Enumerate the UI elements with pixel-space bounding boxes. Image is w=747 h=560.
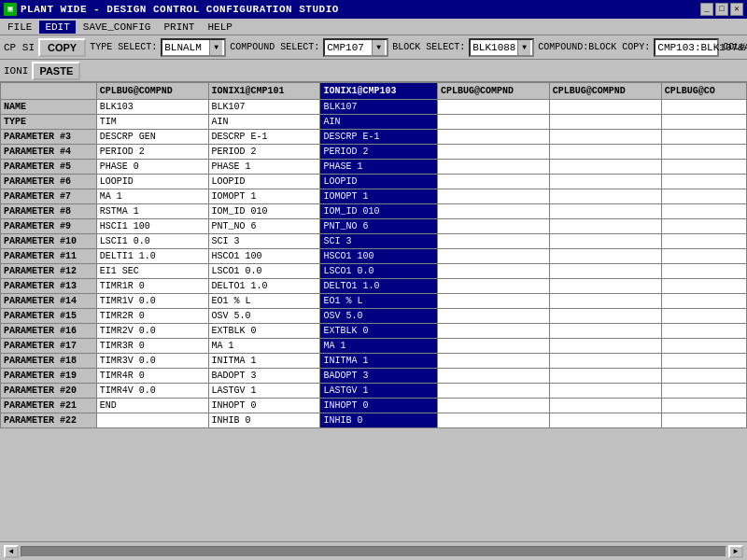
data-cell-5[interactable] (549, 249, 661, 264)
data-cell-1[interactable]: TIMR4R 0 (96, 369, 208, 384)
menu-file[interactable]: FILE (2, 21, 37, 34)
compound-select[interactable]: CMP107 ▼ (323, 38, 388, 57)
data-cell-3[interactable]: PNT_NO 6 (320, 219, 438, 234)
data-cell-1[interactable]: PHASE 0 (96, 160, 208, 175)
data-cell-3[interactable]: LOOPID (320, 175, 438, 189)
data-cell-5[interactable] (549, 204, 661, 219)
data-cell-5[interactable] (549, 189, 661, 204)
data-cell-1[interactable]: MA 1 (96, 189, 208, 204)
data-cell-5[interactable] (549, 175, 661, 189)
data-cell-1[interactable] (96, 413, 208, 428)
data-cell-5[interactable] (549, 279, 661, 294)
data-cell-4[interactable] (437, 279, 549, 294)
data-cell-3[interactable]: EO1 % L (320, 294, 438, 309)
data-cell-4[interactable] (437, 100, 549, 115)
data-cell-4[interactable] (437, 234, 549, 249)
data-cell-4[interactable] (437, 249, 549, 264)
data-cell-6[interactable] (661, 324, 746, 339)
data-cell-3[interactable]: AIN (320, 115, 438, 130)
data-cell-3[interactable]: LASTGV 1 (320, 384, 438, 399)
data-cell-5[interactable] (549, 324, 661, 339)
data-cell-6[interactable] (661, 384, 746, 399)
data-cell-3[interactable]: HSCO1 100 (320, 249, 438, 264)
data-cell-4[interactable] (437, 189, 549, 204)
data-cell-6[interactable] (661, 189, 746, 204)
data-cell-4[interactable] (437, 413, 549, 428)
data-cell-1[interactable]: TIMR2V 0.0 (96, 324, 208, 339)
close-button[interactable]: ✕ (730, 3, 743, 16)
menu-save-config[interactable]: SAVE_CONFIG (78, 21, 157, 34)
data-cell-3[interactable]: EXTBLK 0 (320, 324, 438, 339)
data-cell-3[interactable]: DELTO1 1.0 (320, 279, 438, 294)
menu-print[interactable]: PRINT (158, 21, 200, 34)
data-cell-1[interactable]: EI1 SEC (96, 264, 208, 279)
data-cell-2[interactable]: BLK107 (208, 100, 320, 115)
data-cell-2[interactable]: IOM_ID 010 (208, 204, 320, 219)
data-cell-5[interactable] (549, 219, 661, 234)
data-cell-1[interactable]: TIMR1V 0.0 (96, 294, 208, 309)
data-cell-6[interactable] (661, 369, 746, 384)
data-cell-6[interactable] (661, 160, 746, 175)
data-cell-6[interactable] (661, 413, 746, 428)
data-cell-3[interactable]: INHIB 0 (320, 413, 438, 428)
data-cell-6[interactable] (661, 100, 746, 115)
data-cell-4[interactable] (437, 160, 549, 175)
type-arrow[interactable]: ▼ (209, 40, 222, 55)
data-cell-6[interactable] (661, 175, 746, 189)
data-cell-4[interactable] (437, 294, 549, 309)
data-cell-3[interactable]: INHOPT 0 (320, 399, 438, 413)
data-cell-1[interactable]: RSTMA 1 (96, 204, 208, 219)
data-cell-6[interactable] (661, 145, 746, 160)
horizontal-scrollbar[interactable] (21, 546, 726, 557)
data-cell-2[interactable]: PERIOD 2 (208, 145, 320, 160)
menu-edit[interactable]: EDIT (39, 21, 75, 34)
data-cell-2[interactable]: IOMOPT 1 (208, 189, 320, 204)
data-cell-2[interactable]: BADOPT 3 (208, 369, 320, 384)
minimize-button[interactable]: _ (700, 3, 713, 16)
data-cell-3[interactable]: BADOPT 3 (320, 369, 438, 384)
data-cell-6[interactable] (661, 234, 746, 249)
data-cell-3[interactable]: IOMOPT 1 (320, 189, 438, 204)
data-cell-3[interactable]: OSV 5.0 (320, 309, 438, 324)
data-cell-5[interactable] (549, 234, 661, 249)
data-cell-1[interactable]: TIMR3V 0.0 (96, 354, 208, 369)
data-cell-2[interactable]: LASTGV 1 (208, 384, 320, 399)
data-cell-6[interactable] (661, 279, 746, 294)
data-cell-2[interactable]: INHIB 0 (208, 413, 320, 428)
data-cell-6[interactable] (661, 309, 746, 324)
data-cell-5[interactable] (549, 264, 661, 279)
data-cell-5[interactable] (549, 130, 661, 145)
data-cell-1[interactable]: LSCI1 0.0 (96, 234, 208, 249)
data-cell-6[interactable] (661, 219, 746, 234)
data-cell-3[interactable]: LSCO1 0.0 (320, 264, 438, 279)
data-cell-4[interactable] (437, 354, 549, 369)
data-cell-2[interactable]: PHASE 1 (208, 160, 320, 175)
data-cell-3[interactable]: BLK107 (320, 100, 438, 115)
data-cell-1[interactable]: LOOPID (96, 175, 208, 189)
data-cell-4[interactable] (437, 204, 549, 219)
data-cell-4[interactable] (437, 369, 549, 384)
data-cell-2[interactable]: DELTO1 1.0 (208, 279, 320, 294)
data-cell-6[interactable] (661, 354, 746, 369)
data-cell-2[interactable]: AIN (208, 115, 320, 130)
block-arrow[interactable]: ▼ (517, 40, 530, 55)
compound-arrow[interactable]: ▼ (372, 40, 385, 55)
data-cell-1[interactable]: TIMR1R 0 (96, 279, 208, 294)
data-cell-5[interactable] (549, 294, 661, 309)
data-cell-4[interactable] (437, 145, 549, 160)
data-cell-1[interactable]: TIMR2R 0 (96, 309, 208, 324)
data-cell-5[interactable] (549, 100, 661, 115)
data-cell-3[interactable]: PERIOD 2 (320, 145, 438, 160)
data-cell-1[interactable]: END (96, 399, 208, 413)
data-cell-6[interactable] (661, 130, 746, 145)
data-cell-4[interactable] (437, 339, 549, 354)
data-cell-5[interactable] (549, 354, 661, 369)
data-cell-6[interactable] (661, 294, 746, 309)
paste-button[interactable]: PASTE (32, 62, 80, 80)
data-cell-1[interactable]: TIMR3R 0 (96, 339, 208, 354)
data-cell-5[interactable] (549, 369, 661, 384)
data-cell-3[interactable]: INITMA 1 (320, 354, 438, 369)
data-cell-6[interactable] (661, 115, 746, 130)
data-cell-6[interactable] (661, 399, 746, 413)
data-cell-2[interactable]: MA 1 (208, 339, 320, 354)
